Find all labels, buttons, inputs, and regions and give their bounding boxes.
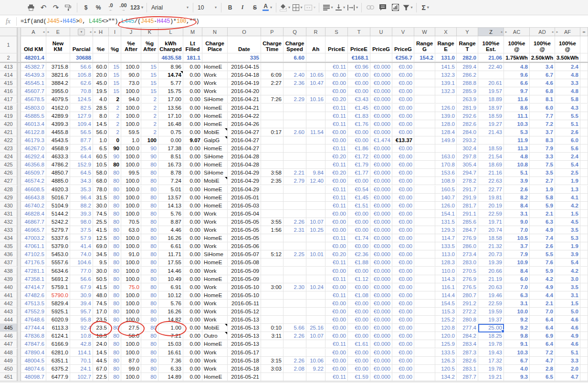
column-header-AC[interactable]: ▸AC bbox=[504, 28, 530, 36]
cell-M428[interactable]: 0.00 bbox=[183, 186, 202, 194]
decrease-decimal-button[interactable]: .0← bbox=[105, 2, 116, 13]
row-header-1[interactable]: 1 bbox=[0, 36, 17, 53]
cell-I423[interactable]: 90 bbox=[109, 145, 121, 153]
cell-K420[interactable]: 2 bbox=[141, 120, 158, 128]
cell-L441[interactable]: 10.12 bbox=[158, 291, 183, 300]
cell-U419[interactable]: €0.000 bbox=[370, 112, 392, 120]
cell-F436[interactable]: 74.0 bbox=[70, 250, 93, 259]
cell-AC434[interactable]: 10.5 bbox=[504, 234, 530, 242]
fill-handle[interactable] bbox=[501, 330, 504, 333]
cell-AC429[interactable]: 8.2 bbox=[504, 194, 530, 202]
cell-stub-445[interactable] bbox=[580, 324, 588, 332]
cell-AC441[interactable]: 6.3 bbox=[504, 291, 530, 300]
unhide-columns-arrow[interactable]: ▸ bbox=[47, 30, 50, 34]
cell-R443[interactable] bbox=[306, 308, 326, 316]
cell-K413[interactable]: 15 bbox=[141, 63, 158, 71]
cell-stub-420[interactable] bbox=[580, 120, 588, 128]
cell-R424[interactable] bbox=[306, 153, 326, 161]
cell-K434[interactable]: 80 bbox=[141, 234, 158, 242]
cell-R414[interactable]: 10.65 bbox=[306, 71, 326, 79]
cell-H437[interactable]: 9.5 bbox=[93, 259, 109, 267]
cell-K2[interactable] bbox=[141, 53, 158, 62]
cell-Y439[interactable]: 276.9 bbox=[457, 275, 478, 283]
cell-A420[interactable]: 46013.4 bbox=[21, 120, 46, 128]
cell-J2[interactable] bbox=[121, 53, 141, 62]
cell-S420[interactable]: €0.11 bbox=[326, 120, 348, 128]
cell-Q449[interactable]: 2.26 bbox=[284, 357, 306, 365]
cell-Y448[interactable]: 287.3 bbox=[457, 349, 478, 357]
cell-J425[interactable]: 100.0 bbox=[121, 161, 141, 169]
cell-AD429[interactable]: 5.8 bbox=[530, 194, 555, 202]
cell-H440[interactable]: 41.5 bbox=[93, 283, 109, 291]
cell-O430[interactable]: 2016-05-03 bbox=[228, 202, 261, 210]
cell-O431[interactable]: 2016-05-04 bbox=[228, 210, 261, 218]
cell-V434[interactable]: €0.00 bbox=[392, 234, 414, 242]
cell-L418[interactable]: 13.56 bbox=[158, 104, 183, 112]
cell-AD431[interactable]: 2.1 bbox=[530, 210, 555, 218]
select-all-corner[interactable] bbox=[0, 28, 17, 36]
cell-Z447[interactable]: 19.78 bbox=[478, 340, 504, 348]
cell-stub-418[interactable] bbox=[580, 104, 588, 112]
cell-AC451[interactable]: 9.3 bbox=[504, 373, 530, 381]
bold-button[interactable]: B bbox=[225, 2, 235, 13]
cell-AF443[interactable]: 5.0 bbox=[555, 308, 580, 316]
cell-V448[interactable]: €0.00 bbox=[392, 349, 414, 357]
cell-N447[interactable]: HomeE bbox=[202, 340, 228, 348]
cell-O421[interactable]: 2016-04-27 bbox=[228, 128, 261, 136]
cell-AC446[interactable]: 9.8 bbox=[504, 332, 530, 340]
row-header-447[interactable]: 447 bbox=[0, 340, 17, 348]
cell-Q445[interactable]: 5.66 bbox=[284, 324, 306, 332]
cell-F427[interactable]: 34.3 bbox=[70, 177, 93, 185]
cell-stub-444[interactable] bbox=[580, 316, 588, 324]
cell-U441[interactable]: €0.000 bbox=[370, 291, 392, 300]
row-header-446[interactable]: 446 bbox=[0, 332, 17, 340]
cell-Q447[interactable] bbox=[284, 340, 306, 348]
column-header-Q[interactable]: Q bbox=[284, 28, 306, 36]
cell-K439[interactable]: 80 bbox=[141, 275, 158, 283]
cell-R426[interactable]: 9.84 bbox=[306, 169, 326, 177]
cell-O440[interactable]: 2016-05-10 bbox=[228, 283, 261, 291]
cell-M434[interactable]: 0.00 bbox=[183, 234, 202, 242]
cell-X432[interactable]: 131.5 bbox=[435, 218, 457, 226]
cell-U420[interactable]: €0.000 bbox=[370, 120, 392, 128]
cell-E441[interactable]: 5790.0 bbox=[46, 291, 70, 300]
cell-O416[interactable]: 2016-04-20 bbox=[228, 87, 261, 95]
cell-T441[interactable]: €1.08 bbox=[348, 291, 370, 300]
borders-button[interactable]: ▾ bbox=[292, 2, 303, 13]
cell-I445[interactable]: 80 bbox=[109, 324, 121, 332]
row-header-436[interactable]: 436 bbox=[0, 250, 17, 259]
cell-F2[interactable]: 30688 bbox=[70, 53, 93, 62]
cell-W414[interactable] bbox=[414, 71, 435, 79]
cell-O436[interactable]: 2016-05-07 bbox=[228, 250, 261, 259]
cell-P413[interactable] bbox=[261, 63, 284, 71]
cell-W449[interactable] bbox=[414, 357, 435, 365]
cell-V432[interactable]: €0.00 bbox=[392, 218, 414, 226]
cell-Q450[interactable]: 2.08 bbox=[284, 365, 306, 373]
cell-E434[interactable]: 5337.6 bbox=[46, 234, 70, 242]
cell-V429[interactable]: €0.00 bbox=[392, 194, 414, 202]
cell-O2[interactable]: 335 bbox=[228, 53, 261, 62]
cell-AC1[interactable]: 100%e @ bbox=[504, 36, 530, 53]
cell-U443[interactable]: €0.000 bbox=[370, 308, 392, 316]
cell-K446[interactable]: 80 bbox=[141, 332, 158, 340]
cell-T416[interactable]: €0.00 bbox=[348, 87, 370, 95]
cell-A425[interactable]: 46356.8 bbox=[21, 161, 46, 169]
cell-AF428[interactable]: 1.3 bbox=[555, 186, 580, 194]
cell-Q429[interactable] bbox=[284, 194, 306, 202]
cell-S419[interactable]: €0.11 bbox=[326, 112, 348, 120]
cell-W432[interactable] bbox=[414, 218, 435, 226]
cell-I447[interactable]: 80 bbox=[109, 340, 121, 348]
cell-AD423[interactable]: 7.9 bbox=[530, 145, 555, 153]
cell-W2[interactable]: 154.2 bbox=[414, 53, 435, 62]
cell-A424[interactable]: 46292.4 bbox=[21, 153, 46, 161]
cell-J439[interactable]: 100.0 bbox=[121, 275, 141, 283]
cell-F421[interactable]: 56.5 bbox=[70, 128, 93, 136]
cell-R431[interactable] bbox=[306, 210, 326, 218]
cell-L1[interactable]: kWh Charged bbox=[158, 36, 183, 53]
cell-E443[interactable]: 5925.1 bbox=[46, 308, 70, 316]
cell-Q439[interactable] bbox=[284, 275, 306, 283]
cell-S431[interactable]: €0.00 bbox=[326, 210, 348, 218]
cell-P441[interactable] bbox=[261, 291, 284, 300]
unhide-columns-arrow[interactable]: ◂ bbox=[89, 30, 92, 34]
cell-U434[interactable]: €0.000 bbox=[370, 234, 392, 242]
